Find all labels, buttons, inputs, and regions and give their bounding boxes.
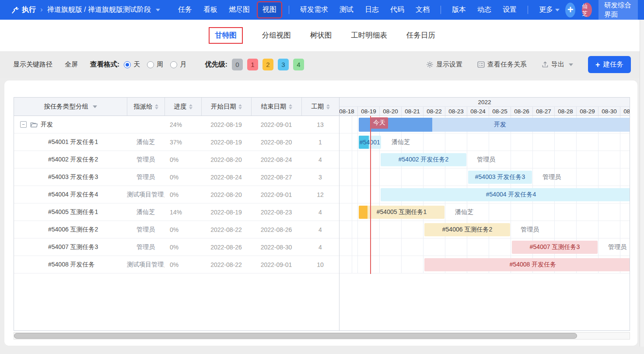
gantt-bar[interactable]: #54006 互测任务2 [424,223,510,236]
gantt-row[interactable]: #54005 互测任务1潘仙芝 [340,203,630,221]
nav-item-文档[interactable]: 文档 [416,5,430,14]
priority-label: 优先级: [205,60,228,69]
sort-icon[interactable] [189,104,192,109]
nav-item-版本[interactable]: 版本 [452,5,466,14]
day-header-08-20: 08-20 [380,107,402,116]
task-name-cell[interactable]: #54001 开发任务1 [14,138,127,146]
gantt-bar[interactable]: #54002 开发任务2 [381,153,466,166]
tab-甘特图[interactable]: 甘特图 [209,27,243,44]
table-row[interactable]: #54004 开发任务4测试项目管理员0%2022-08-202022-09-0… [14,186,339,203]
workspace-switch-button[interactable]: 研发综合界面 [598,0,638,23]
sort-icon[interactable] [155,104,158,109]
priority-badge-2[interactable]: 2 [262,59,273,70]
task-name-cell[interactable]: #54006 互测任务2 [14,226,127,234]
task-table-header: 按任务类型分组指派给进度开始日期结束日期工期 [14,98,339,116]
fullscreen-link[interactable]: 全屏 [65,60,78,69]
tab-任务日历[interactable]: 任务日历 [406,31,435,40]
column-header-指派给[interactable]: 指派给 [127,98,164,116]
nav-item-看板[interactable]: 看板 [203,5,217,14]
vertical-scrollbar[interactable] [640,20,644,347]
task-name-cell[interactable]: #54004 开发任务4 [14,191,127,199]
nav-item-设置[interactable]: 设置 [503,5,517,14]
priority-badge-3[interactable]: 3 [278,59,289,70]
format-radio-月[interactable]: 月 [170,60,186,69]
nav-item-研发需求[interactable]: 研发需求 [300,5,328,14]
nav-item-燃尽图[interactable]: 燃尽图 [229,5,250,14]
radio-dot-icon [147,61,154,68]
gantt-bar[interactable]: #54007 互测任务3 [512,241,598,254]
table-row[interactable]: #54002 开发任务2管理员0%2022-08-202022-08-244 [14,151,339,168]
tab-分组视图[interactable]: 分组视图 [262,31,291,40]
gantt-chart: 2022 08-1808-1908-2008-2108-2208-2308-24… [340,98,630,330]
breadcrumb[interactable]: 禅道旗舰版 / 禅道旗舰版测试阶段 [47,5,151,14]
collapse-toggle-icon[interactable]: − [20,121,27,128]
gantt-row[interactable]: #54004 开发任务4 [340,186,630,203]
column-header-结束日期[interactable]: 结束日期 [251,98,301,116]
gantt-row[interactable]: #54008 开发任务 [340,256,630,273]
show-critical-path-link[interactable]: 显示关键路径 [13,60,52,69]
gantt-row[interactable]: #54006 互测任务2管理员 [340,221,630,238]
task-name-cell[interactable]: #54005 互测任务1 [14,208,127,216]
table-row[interactable]: #54005 互测任务1潘仙芝14%2022-08-192022-08-234 [14,203,339,221]
gantt-bar[interactable]: #54005 互测任务1 [359,206,444,219]
gantt-row[interactable]: #54002 开发任务2管理员 [340,151,630,168]
sort-icon[interactable] [289,104,292,109]
view-task-relations-button[interactable]: 查看任务关系 [477,60,527,69]
gantt-row[interactable]: #54007 互测任务3管理员 [340,238,630,256]
table-row[interactable]: #54007 互测任务3管理员0%2022-08-262022-08-304 [14,238,339,256]
table-row[interactable]: #54006 互测任务2管理员0%2022-08-222022-08-264 [14,221,339,238]
column-header-按任务类型分组[interactable]: 按任务类型分组 [14,98,127,116]
nav-item-more[interactable]: 更多 [539,5,560,14]
table-row[interactable]: −开发24%2022-08-192022-09-0113 [14,116,339,133]
progress-cell: 0% [164,261,201,268]
format-radio-天[interactable]: 天 [124,60,140,69]
sort-icon[interactable] [238,104,242,109]
gantt-bar[interactable]: 开发 [359,118,630,132]
gantt-row[interactable]: #54003 开发任务3管理员 [340,168,630,186]
task-name-cell[interactable]: −开发 [14,121,127,129]
end-date-cell: 2022-08-20 [251,139,301,146]
create-task-button[interactable]: + 建任务 [588,56,631,73]
horizontal-scrollbar[interactable] [14,332,630,340]
priority-badge-0[interactable]: 0 [232,59,243,70]
assignee-cell: 测试项目管理员 [127,261,164,269]
gantt-row[interactable]: #54001潘仙芝 [340,133,630,151]
nav-item-测试[interactable]: 测试 [340,5,354,14]
execution-label[interactable]: 执行 [22,5,36,14]
task-name-cell[interactable]: #54008 开发任务 [14,261,127,269]
avatar[interactable]: 仙芝 [582,3,592,17]
export-button[interactable]: 导出 [542,60,573,69]
breadcrumb-caret-icon[interactable] [156,9,160,11]
sort-icon[interactable] [326,104,330,109]
gantt-bar[interactable]: #54008 开发任务 [424,258,630,271]
start-date-cell: 2022-08-22 [201,226,251,233]
quick-create-button[interactable]: + [565,3,575,18]
task-name-cell[interactable]: #54007 互测任务3 [14,243,127,251]
column-header-开始日期[interactable]: 开始日期 [201,98,251,116]
gantt-bar[interactable]: #54004 开发任务4 [381,188,630,201]
table-row[interactable]: #54001 开发任务1潘仙芝37%2022-08-192022-08-201 [14,133,339,151]
task-name: #54001 开发任务1 [48,138,98,146]
table-row[interactable]: #54008 开发任务测试项目管理员0%2022-08-222022-09-01… [14,256,339,273]
column-header-工期[interactable]: 工期 [301,98,339,116]
nav-item-视图[interactable]: 视图 [258,3,281,17]
priority-badge-1[interactable]: 1 [247,59,258,70]
tab-树状图[interactable]: 树状图 [310,31,332,40]
column-header-进度[interactable]: 进度 [164,98,201,116]
display-settings-label: 显示设置 [436,60,462,69]
display-settings-button[interactable]: 显示设置 [426,60,462,69]
gantt-bar[interactable]: #54003 开发任务3 [468,171,532,184]
nav-item-任务[interactable]: 任务 [178,5,192,14]
horizontal-scrollbar-thumb[interactable] [14,333,577,339]
task-name-cell[interactable]: #54002 开发任务2 [14,156,127,164]
table-row[interactable]: #54003 开发任务3管理员0%2022-08-242022-08-273 [14,168,339,186]
tab-工时明细表[interactable]: 工时明细表 [351,31,387,40]
gantt-bar-label: #54005 互测任务1 [377,208,427,216]
task-name-cell[interactable]: #54003 开发任务3 [14,173,127,181]
nav-item-代码[interactable]: 代码 [390,5,404,14]
priority-badge-4[interactable]: 4 [293,59,304,70]
gantt-year-header: 2022 [340,98,630,107]
nav-item-日志[interactable]: 日志 [365,5,379,14]
nav-item-动态[interactable]: 动态 [477,5,491,14]
format-radio-周[interactable]: 周 [147,60,163,69]
